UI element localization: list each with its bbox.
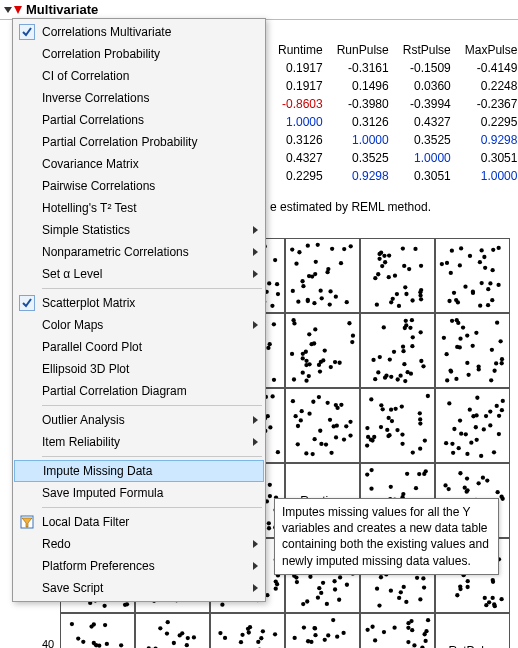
menu-item[interactable]: Inverse Correlations	[14, 87, 264, 109]
menu-item[interactable]: Hotelling's T² Test	[14, 197, 264, 219]
scatter-cell[interactable]	[360, 313, 435, 388]
scatter-cell[interactable]	[135, 613, 210, 648]
context-menu[interactable]: Correlations MultivariateCorrelation Pro…	[12, 18, 266, 602]
scatter-cell[interactable]	[435, 388, 510, 463]
svg-point-874	[246, 627, 250, 631]
menu-item[interactable]: Partial Correlation Probability	[14, 131, 264, 153]
menu-item[interactable]: Partial Correlations	[14, 109, 264, 131]
table-cell: 0.1917	[272, 60, 329, 76]
menu-separator	[42, 288, 262, 289]
menu-item-label: Pairwise Correlations	[38, 179, 258, 193]
svg-point-447	[318, 429, 322, 433]
svg-point-153	[440, 262, 444, 266]
menu-item[interactable]: Outlier Analysis	[14, 409, 264, 431]
svg-point-235	[266, 346, 270, 350]
svg-point-604	[414, 486, 418, 490]
table-header: RstPulse	[397, 42, 457, 58]
scatter-cell[interactable]	[360, 388, 435, 463]
scatter-cell[interactable]	[360, 238, 435, 313]
scatter-diag-label[interactable]: RstPulse	[435, 613, 510, 648]
svg-point-878	[247, 630, 251, 634]
svg-point-295	[382, 325, 386, 329]
svg-point-88	[334, 295, 338, 299]
svg-point-79	[275, 282, 279, 286]
scatter-cell[interactable]	[285, 613, 360, 648]
menu-item[interactable]: Correlations Multivariate	[14, 21, 264, 43]
menu-item[interactable]: Simple Statistics	[14, 219, 264, 241]
svg-point-449	[426, 394, 430, 398]
svg-point-142	[486, 303, 490, 307]
svg-point-472	[418, 447, 422, 451]
menu-item[interactable]: Save Script	[14, 577, 264, 599]
scatter-cell[interactable]	[360, 613, 435, 648]
menu-item-label: Redo	[38, 537, 247, 551]
menu-item[interactable]: Partial Correlation Diagram	[14, 380, 264, 402]
svg-point-102	[306, 299, 310, 303]
scatter-cell[interactable]	[435, 313, 510, 388]
table-cell: 0.2295	[459, 114, 518, 130]
menu-item[interactable]: Impute Missing Data	[14, 460, 264, 482]
red-hotspot-icon[interactable]	[14, 6, 22, 14]
svg-point-487	[465, 452, 469, 456]
svg-point-300	[401, 345, 405, 349]
scatter-cell[interactable]	[285, 313, 360, 388]
menu-item[interactable]: Pairwise Correlations	[14, 175, 264, 197]
menu-item[interactable]: Item Reliability	[14, 431, 264, 453]
menu-item[interactable]: Nonparametric Correlations	[14, 241, 264, 263]
svg-point-827	[97, 644, 101, 648]
scatter-cell[interactable]	[210, 613, 285, 648]
menu-item-label: Scatterplot Matrix	[38, 296, 258, 310]
svg-point-334	[498, 339, 502, 343]
svg-point-304	[411, 335, 415, 339]
menu-item[interactable]: Covariance Matrix	[14, 153, 264, 175]
svg-point-794	[493, 604, 497, 608]
scatter-cell[interactable]	[435, 238, 510, 313]
svg-point-930	[406, 640, 410, 644]
scatter-cell[interactable]	[60, 613, 135, 648]
svg-point-140	[382, 254, 386, 258]
svg-point-737	[337, 598, 341, 602]
menu-item[interactable]: Save Imputed Formula	[14, 482, 264, 504]
menu-item[interactable]: Platform Preferences	[14, 555, 264, 577]
chevron-right-icon	[253, 416, 258, 424]
scatter-cell[interactable]	[285, 238, 360, 313]
svg-point-89	[306, 244, 310, 248]
svg-point-325	[474, 331, 478, 335]
table-cell: 0.9298	[331, 168, 395, 184]
svg-point-820	[81, 640, 85, 644]
svg-point-261	[292, 377, 296, 381]
svg-point-258	[329, 365, 333, 369]
svg-point-165	[497, 246, 501, 250]
menu-item[interactable]: Local Data Filter	[14, 511, 264, 533]
disclosure-triangle-icon[interactable]	[4, 7, 12, 13]
svg-point-127	[393, 274, 397, 278]
svg-point-326	[449, 369, 453, 373]
svg-point-762	[375, 586, 379, 590]
chevron-right-icon	[253, 562, 258, 570]
svg-point-135	[377, 252, 381, 256]
scatter-cell[interactable]	[285, 388, 360, 463]
svg-point-946	[392, 626, 396, 630]
menu-item[interactable]: Parallel Coord Plot	[14, 336, 264, 358]
svg-point-450	[365, 426, 369, 430]
svg-point-439	[304, 451, 308, 455]
svg-point-64	[276, 292, 280, 296]
menu-item[interactable]: Redo	[14, 533, 264, 555]
svg-point-460	[381, 407, 385, 411]
table-row: 0.31261.00000.35250.9298	[272, 132, 518, 148]
menu-item[interactable]: CI of Correlation	[14, 65, 264, 87]
table-cell: -0.3980	[331, 96, 395, 112]
menu-item[interactable]: Set α Level	[14, 263, 264, 285]
menu-item[interactable]: Color Maps	[14, 314, 264, 336]
menu-item[interactable]: Scatterplot Matrix	[14, 292, 264, 314]
menu-item[interactable]: Correlation Probability	[14, 43, 264, 65]
menu-item[interactable]: Ellipsoid 3D Plot	[14, 358, 264, 380]
svg-point-917	[331, 618, 335, 622]
svg-point-94	[314, 260, 318, 264]
svg-point-138	[389, 300, 393, 304]
svg-point-265	[304, 379, 308, 383]
svg-point-498	[488, 409, 492, 413]
svg-point-118	[377, 257, 381, 261]
table-cell: -0.1509	[397, 60, 457, 76]
svg-point-642	[465, 476, 469, 480]
